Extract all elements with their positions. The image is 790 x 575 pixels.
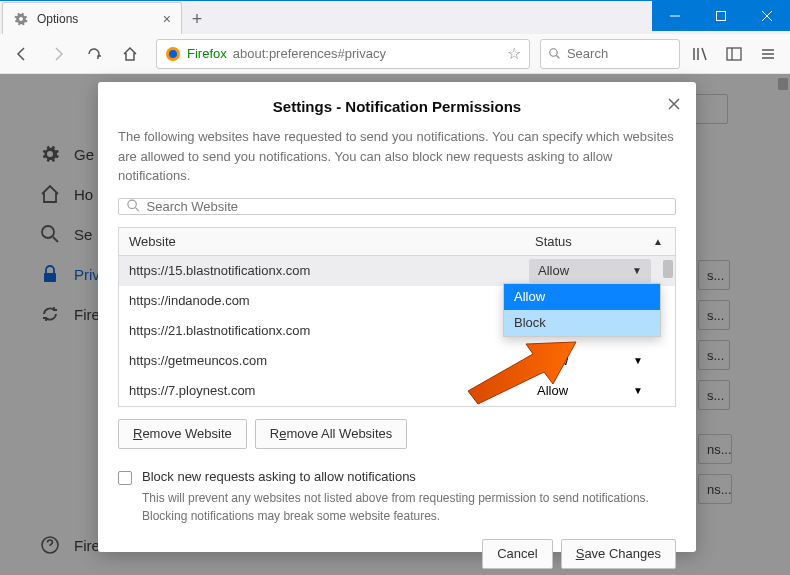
minimize-button[interactable]: [652, 1, 698, 31]
status-dropdown[interactable]: Allow▼: [529, 259, 651, 283]
table-body: https://15.blastnotificationx.com Allow▼…: [119, 256, 675, 406]
home-button[interactable]: [114, 38, 146, 70]
forward-button[interactable]: [42, 38, 74, 70]
website-cell: https://7.ploynest.com: [119, 383, 525, 398]
caret-down-icon: ▼: [633, 355, 643, 366]
search-website-input[interactable]: [147, 199, 668, 214]
block-requests-label: Block new requests asking to allow notif…: [142, 469, 416, 484]
save-changes-button[interactable]: Save Changes: [561, 539, 676, 569]
maximize-button[interactable]: [698, 1, 744, 31]
url-bar[interactable]: Firefox about:preferences#privacy ☆: [156, 39, 530, 69]
status-dropdown-menu: Allow Block: [503, 283, 661, 337]
cancel-button[interactable]: Cancel: [482, 539, 552, 569]
tab-label: Options: [37, 12, 163, 26]
dropdown-option-allow[interactable]: Allow: [504, 284, 660, 310]
sidebar-button[interactable]: [718, 38, 750, 70]
column-status[interactable]: Status ▲: [525, 234, 675, 249]
table-row[interactable]: https://7.ploynest.com Allow▼: [119, 376, 675, 406]
table-actions: Remove Website Remove All Websites: [98, 407, 696, 461]
website-cell: https://getmeuncos.com: [119, 353, 525, 368]
search-input[interactable]: [567, 46, 671, 61]
identity-label: Firefox: [187, 46, 227, 61]
toolbar: Firefox about:preferences#privacy ☆: [0, 34, 790, 74]
search-website-field[interactable]: [118, 198, 676, 215]
svg-point-2: [169, 50, 177, 58]
status-dropdown[interactable]: Allow▼: [525, 383, 665, 398]
search-bar[interactable]: [540, 39, 680, 69]
tab-bar: Options × +: [0, 0, 790, 34]
modal-description: The following websites have requested to…: [98, 127, 696, 198]
back-button[interactable]: [6, 38, 38, 70]
menu-button[interactable]: [752, 38, 784, 70]
website-cell: https://15.blastnotificationx.com: [119, 263, 525, 278]
library-button[interactable]: [684, 38, 716, 70]
new-tab-button[interactable]: +: [182, 4, 212, 34]
dropdown-option-block[interactable]: Block: [504, 310, 660, 336]
search-icon: [549, 47, 561, 61]
remove-all-websites-button[interactable]: Remove All Websites: [255, 419, 408, 449]
remove-website-button[interactable]: Remove Website: [118, 419, 247, 449]
table-row[interactable]: https://getmeuncos.com Allow▼: [119, 346, 675, 376]
modal-footer: Cancel Save Changes: [98, 525, 696, 576]
table-row[interactable]: https://15.blastnotificationx.com Allow▼: [119, 256, 675, 286]
firefox-icon: [165, 46, 181, 62]
sort-icon: ▲: [653, 236, 663, 247]
gear-icon: [13, 11, 29, 27]
caret-down-icon: ▼: [632, 265, 642, 276]
table-header: Website Status ▲: [119, 228, 675, 256]
reload-button[interactable]: [78, 38, 110, 70]
notification-permissions-dialog: Settings - Notification Permissions The …: [98, 82, 696, 552]
website-cell: https://indanode.com: [119, 293, 525, 308]
modal-title: Settings - Notification Permissions: [98, 82, 696, 127]
svg-rect-4: [727, 48, 741, 60]
caret-down-icon: ▼: [633, 385, 643, 396]
close-window-button[interactable]: [744, 1, 790, 31]
svg-point-8: [128, 200, 136, 208]
column-website[interactable]: Website: [119, 234, 525, 249]
close-icon[interactable]: ×: [163, 11, 171, 27]
block-requests-checkbox[interactable]: [118, 471, 132, 485]
svg-point-3: [550, 48, 557, 55]
scrollbar-thumb[interactable]: [663, 260, 673, 278]
search-icon: [127, 199, 141, 213]
svg-rect-0: [717, 12, 726, 21]
website-table: Website Status ▲ https://15.blastnotific…: [118, 227, 676, 407]
block-requests-description: This will prevent any websites not liste…: [98, 489, 696, 525]
website-cell: https://21.blastnotificationx.com: [119, 323, 525, 338]
status-dropdown[interactable]: Allow▼: [525, 353, 665, 368]
close-button[interactable]: [666, 96, 682, 112]
bookmark-star-icon[interactable]: ☆: [507, 44, 521, 63]
block-requests-checkbox-row: Block new requests asking to allow notif…: [98, 461, 696, 489]
browser-tab[interactable]: Options ×: [2, 2, 182, 34]
url-text: about:preferences#privacy: [233, 46, 507, 61]
